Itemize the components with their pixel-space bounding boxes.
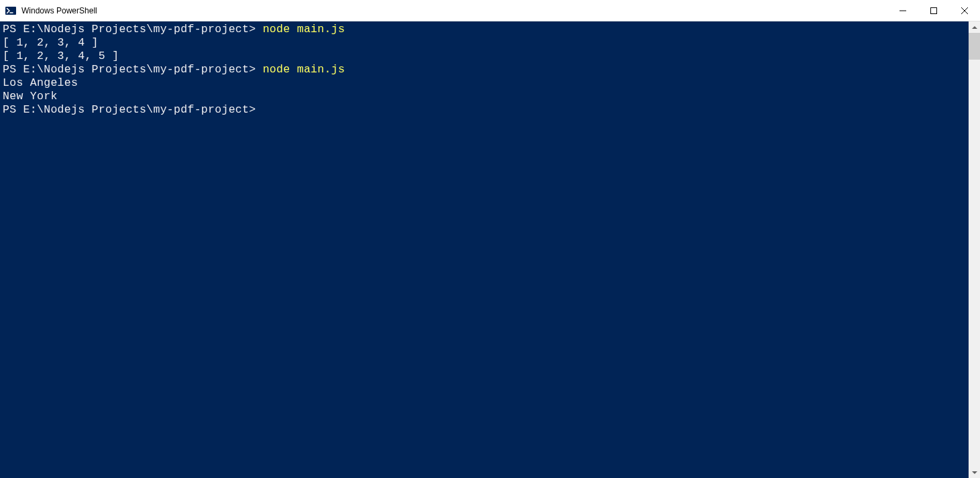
- scrollbar-up-button[interactable]: [969, 21, 980, 33]
- window-title: Windows PowerShell: [21, 6, 887, 15]
- powershell-icon: [5, 5, 16, 16]
- window-controls: [887, 0, 980, 21]
- command: node main.js: [263, 63, 345, 76]
- vertical-scrollbar[interactable]: [969, 21, 980, 478]
- output-line: New York: [3, 90, 58, 103]
- scrollbar-track[interactable]: [969, 33, 980, 467]
- prompt: PS E:\Nodejs Projects\my-pdf-project>: [3, 23, 263, 36]
- scrollbar-thumb[interactable]: [969, 33, 980, 60]
- terminal-container: PS E:\Nodejs Projects\my-pdf-project> no…: [0, 21, 980, 478]
- command: node main.js: [263, 23, 345, 36]
- maximize-button[interactable]: [918, 0, 949, 21]
- output-line: [ 1, 2, 3, 4 ]: [3, 36, 99, 49]
- close-button[interactable]: [949, 0, 980, 21]
- minimize-button[interactable]: [887, 0, 918, 21]
- prompt: PS E:\Nodejs Projects\my-pdf-project>: [3, 103, 256, 116]
- terminal-output[interactable]: PS E:\Nodejs Projects\my-pdf-project> no…: [0, 21, 969, 478]
- svg-marker-6: [972, 26, 977, 29]
- output-line: Los Angeles: [3, 76, 78, 89]
- window-titlebar: Windows PowerShell: [0, 0, 980, 21]
- output-line: [ 1, 2, 3, 4, 5 ]: [3, 50, 119, 62]
- svg-rect-3: [931, 7, 937, 13]
- prompt: PS E:\Nodejs Projects\my-pdf-project>: [3, 63, 263, 76]
- scrollbar-down-button[interactable]: [969, 467, 980, 478]
- svg-marker-7: [972, 471, 977, 474]
